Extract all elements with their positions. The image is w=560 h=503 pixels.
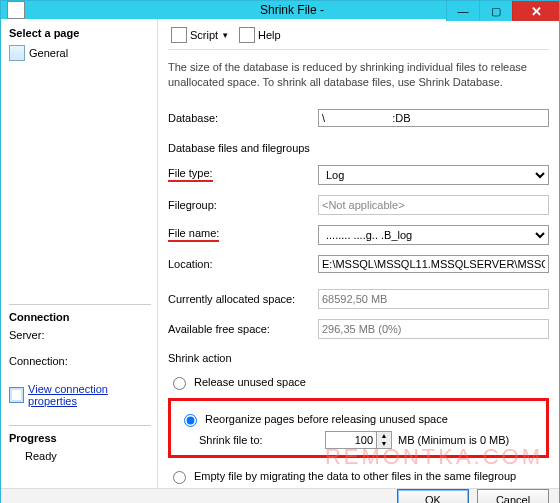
highlight-box: Reorganize pages before releasing unused…	[168, 398, 549, 458]
main-pane: Script ▼ Help The size of the database i…	[158, 19, 559, 488]
file-name-label: File name:	[168, 227, 219, 242]
minimize-button[interactable]: —	[446, 1, 479, 21]
page-general-label: General	[29, 47, 68, 59]
reorganize-radio[interactable]	[184, 414, 197, 427]
close-button[interactable]: ✕	[512, 1, 559, 21]
view-connection-properties-link[interactable]: View connection properties	[9, 383, 151, 407]
filegroup-label: Filegroup:	[168, 199, 318, 211]
properties-icon	[9, 387, 24, 403]
files-groups-title: Database files and filegroups	[168, 142, 549, 154]
chevron-down-icon: ▼	[221, 31, 229, 40]
shrink-file-dialog: Shrink File - — ▢ ✕ Select a page Genera…	[0, 0, 560, 503]
free-value: 296,35 MB (0%)	[318, 319, 549, 339]
file-name-select[interactable]: ........ ....g.. .B_log	[318, 225, 549, 245]
shrink-action-title: Shrink action	[168, 352, 549, 364]
select-page-heading: Select a page	[9, 27, 151, 39]
location-field[interactable]	[318, 255, 549, 273]
page-icon	[9, 45, 25, 61]
dialog-footer: OK Cancel	[1, 488, 559, 503]
allocated-value: 68592,50 MB	[318, 289, 549, 309]
help-menu[interactable]: Help	[236, 25, 284, 45]
spin-up[interactable]: ▲	[377, 432, 391, 440]
script-label: Script	[190, 29, 218, 41]
free-label: Available free space:	[168, 323, 318, 335]
allocated-label: Currently allocated space:	[168, 293, 318, 305]
shrink-to-suffix: MB (Minimum is 0 MB)	[398, 434, 509, 446]
script-menu[interactable]: Script ▼	[168, 25, 232, 45]
app-icon	[7, 1, 25, 19]
connection-label: Connection:	[9, 355, 68, 367]
release-unused-label: Release unused space	[194, 376, 306, 388]
shrink-to-label: Shrink file to:	[199, 434, 319, 446]
server-label: Server:	[9, 329, 44, 341]
left-pane: Select a page General Connection Server:…	[1, 19, 158, 488]
database-label: Database:	[168, 112, 318, 124]
maximize-button[interactable]: ▢	[479, 1, 512, 21]
script-icon	[171, 27, 187, 43]
database-field[interactable]	[318, 109, 549, 127]
file-type-select[interactable]: Log	[318, 165, 549, 185]
location-label: Location:	[168, 258, 318, 270]
release-unused-radio[interactable]	[173, 377, 186, 390]
empty-file-radio[interactable]	[173, 471, 186, 484]
cancel-button[interactable]: Cancel	[477, 489, 549, 503]
help-icon	[239, 27, 255, 43]
connection-heading: Connection	[9, 311, 151, 323]
file-type-label: File type:	[168, 167, 213, 182]
view-connection-properties-label: View connection properties	[28, 383, 151, 407]
spin-down[interactable]: ▼	[377, 440, 391, 448]
help-label: Help	[258, 29, 281, 41]
progress-status: Ready	[9, 450, 151, 462]
description-text: The size of the database is reduced by s…	[168, 60, 549, 90]
ok-button[interactable]: OK	[397, 489, 469, 503]
empty-file-label: Empty file by migrating the data to othe…	[194, 470, 516, 482]
reorganize-label: Reorganize pages before releasing unused…	[205, 413, 448, 425]
shrink-to-value[interactable]	[325, 431, 377, 449]
progress-heading: Progress	[9, 432, 151, 444]
page-general[interactable]: General	[9, 45, 151, 61]
filegroup-value: <Not applicable>	[318, 195, 549, 215]
titlebar: Shrink File - — ▢ ✕	[1, 1, 559, 19]
